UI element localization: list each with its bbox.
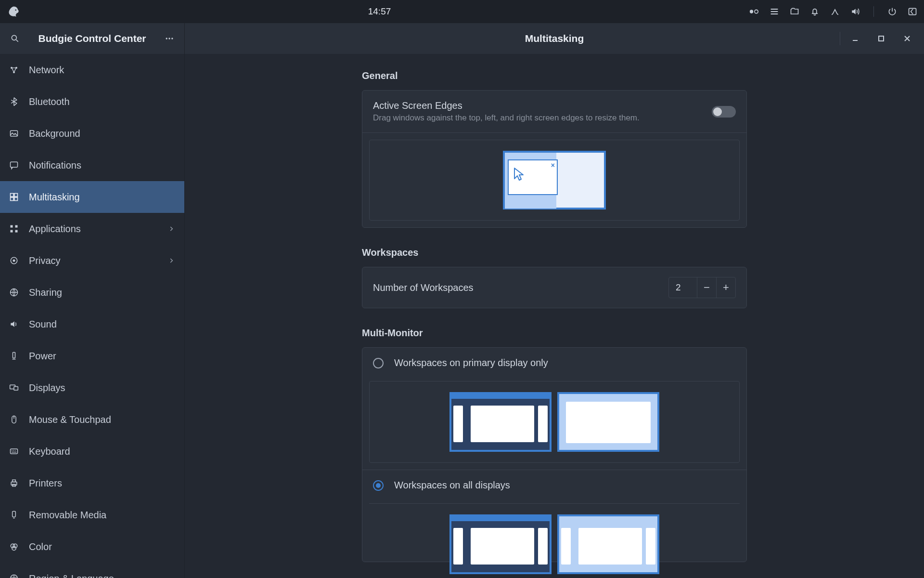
svg-rect-11 [11, 131, 18, 136]
sidebar-item-label: Printers [29, 478, 62, 489]
workspaces-increment-button[interactable]: + [716, 277, 735, 298]
svg-rect-16 [14, 197, 18, 201]
all-displays-illustration [369, 503, 740, 555]
radio-all-displays-label: Workspaces on all displays [394, 480, 510, 491]
sidebar-item-sharing[interactable]: Sharing [0, 276, 184, 308]
printers-icon [9, 478, 19, 488]
svg-rect-17 [11, 225, 13, 228]
network-tray-icon[interactable] [830, 7, 840, 16]
row-active-screen-edges: Active Screen Edges Drag windows against… [362, 91, 746, 133]
sidebar-item-mouse-touchpad[interactable]: Mouse & Touchpad [0, 404, 184, 435]
active-edges-illustration-row: × [362, 133, 746, 227]
section-title-general: General [362, 70, 747, 81]
svg-point-35 [12, 546, 16, 550]
kebab-menu-icon[interactable] [163, 32, 176, 45]
svg-rect-28 [11, 449, 18, 454]
sidebar-item-bluetooth[interactable]: Bluetooth [0, 86, 184, 118]
sidebar-item-background[interactable]: Background [0, 118, 184, 149]
power-tray-icon[interactable] [887, 7, 897, 16]
sidebar-item-removable-media[interactable]: Removable Media [0, 499, 184, 531]
svg-point-3 [12, 35, 16, 40]
svg-rect-30 [13, 480, 16, 482]
workspace-indicator-icon[interactable] [749, 7, 759, 16]
section-title-workspaces: Workspaces [362, 247, 747, 258]
budgie-logo-icon[interactable] [7, 4, 21, 19]
chevron-right-icon [168, 257, 175, 264]
sidebar-item-label: Removable Media [29, 510, 106, 521]
titlebar-left: Budgie Control Center [0, 23, 185, 54]
titlebar: Budgie Control Center Multitasking [0, 23, 924, 54]
panel-workspaces: Number of Workspaces 2 − + [362, 267, 747, 308]
sharing-icon [9, 288, 19, 297]
sidebar-item-applications[interactable]: Applications [0, 213, 184, 245]
sidebar-item-displays[interactable]: Displays [0, 372, 184, 404]
active-edges-toggle[interactable] [712, 106, 736, 118]
radio-all-displays[interactable]: Workspaces on all displays [362, 470, 746, 497]
sidebar-item-printers[interactable]: Printers [0, 467, 184, 499]
menu-icon[interactable] [770, 7, 779, 16]
sidebar-item-network[interactable]: Network [0, 54, 184, 86]
panel-multimonitor: Workspaces on primary display only [362, 347, 747, 562]
multitasking-icon [9, 192, 19, 202]
svg-point-34 [13, 544, 17, 548]
region-icon [9, 574, 19, 578]
sidebar-item-privacy[interactable]: Privacy [0, 245, 184, 276]
active-edges-title: Active Screen Edges [373, 100, 712, 111]
files-icon[interactable] [790, 7, 799, 16]
sidebar-item-sound[interactable]: Sound [0, 308, 184, 340]
maximize-button[interactable] [868, 23, 894, 54]
search-icon[interactable] [9, 32, 21, 45]
svg-rect-18 [15, 225, 18, 228]
window-body: NetworkBluetoothBackgroundNotificationsM… [0, 54, 924, 578]
sidebar-item-power[interactable]: Power [0, 340, 184, 372]
sidebar-item-label: Color [29, 541, 52, 552]
sidebar-item-color[interactable]: Color [0, 531, 184, 563]
workspaces-label: Number of Workspaces [373, 282, 668, 293]
chevron-right-icon [168, 225, 175, 232]
sidebar-toggle-tray-icon[interactable] [908, 7, 917, 16]
sidebar-item-label: Multitasking [29, 192, 80, 203]
panel-general: Active Screen Edges Drag windows against… [362, 90, 747, 228]
primary-only-illustration-row [362, 374, 746, 470]
row-number-of-workspaces: Number of Workspaces 2 − + [362, 267, 746, 308]
content-area: General Active Screen Edges Drag windows… [185, 54, 924, 578]
workspaces-decrement-button[interactable]: − [697, 277, 716, 298]
sidebar-item-notifications[interactable]: Notifications [0, 149, 184, 181]
sidebar-item-multitasking[interactable]: Multitasking [0, 181, 184, 213]
sidebar-item-label: Bluetooth [29, 96, 70, 107]
color-icon [9, 542, 19, 552]
sidebar-item-label: Notifications [29, 160, 81, 171]
sound-icon [9, 319, 19, 329]
svg-rect-13 [11, 194, 14, 197]
top-panel: 14:57 [0, 0, 924, 23]
svg-rect-19 [11, 230, 13, 233]
svg-point-22 [13, 260, 15, 262]
volume-tray-icon[interactable] [850, 7, 860, 16]
sidebar-item-keyboard[interactable]: Keyboard [0, 435, 184, 467]
sidebar-item-label: Region & Language [29, 573, 114, 578]
applications-icon [9, 224, 19, 234]
minimize-button[interactable] [842, 23, 868, 54]
close-button[interactable] [894, 23, 920, 54]
titlebar-right: Multitasking [185, 23, 924, 54]
sidebar-item-label: Sharing [29, 287, 62, 298]
svg-point-0 [750, 10, 753, 13]
clock: 14:57 [368, 6, 391, 17]
svg-rect-7 [879, 36, 884, 41]
active-edges-subtitle: Drag windows against the top, left, and … [373, 113, 712, 123]
sidebar-item-label: Sound [29, 319, 57, 330]
sidebar-item-label: Displays [29, 382, 65, 394]
radio-primary-only[interactable]: Workspaces on primary display only [362, 348, 746, 374]
cursor-icon [513, 167, 526, 182]
network-icon [9, 65, 19, 75]
radio-primary-only-label: Workspaces on primary display only [394, 357, 548, 368]
background-icon [9, 129, 19, 138]
app-title: Budgie Control Center [30, 33, 154, 44]
notifications-bell-icon[interactable] [810, 7, 820, 16]
sidebar-item-region-language[interactable]: Region & Language [0, 563, 184, 578]
svg-point-5 [168, 38, 170, 39]
power-icon [9, 351, 19, 361]
sidebar-item-label: Privacy [29, 255, 61, 266]
workspaces-count[interactable]: 2 [669, 282, 697, 293]
system-tray [749, 6, 917, 17]
